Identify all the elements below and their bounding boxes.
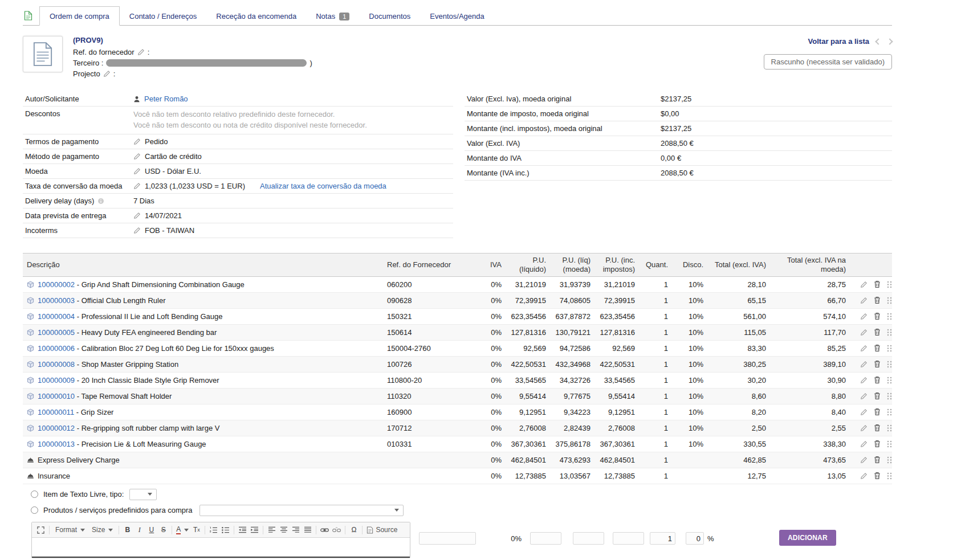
drag-handle-icon[interactable] [887,377,892,384]
free-text-type-select[interactable] [129,489,157,500]
edit-line-icon[interactable] [860,456,868,464]
drag-handle-icon[interactable] [887,329,892,336]
edit-line-icon[interactable] [860,377,868,384]
drag-handle-icon[interactable] [887,361,892,368]
align-right-icon[interactable] [290,524,301,536]
edit-line-icon[interactable] [860,329,868,336]
back-to-list-link[interactable]: Voltar para a lista [808,37,869,46]
delete-line-icon[interactable] [874,408,881,416]
vat-select[interactable]: 0% [490,534,522,543]
drag-handle-icon[interactable] [887,440,892,448]
drag-handle-icon[interactable] [887,297,892,304]
text-color-button[interactable]: A [175,524,190,536]
edit-line-icon[interactable] [860,281,868,288]
unit-price-incl-tax-input[interactable] [613,532,644,545]
delete-line-icon[interactable] [874,392,881,400]
edit-value-icon[interactable] [133,167,141,175]
numbered-list-icon[interactable] [208,524,219,536]
product-ref-link[interactable]: 100000003 [38,296,75,305]
drag-handle-icon[interactable] [887,472,892,480]
edit-value-icon[interactable] [133,138,141,145]
next-record-icon[interactable] [886,38,893,44]
edit-project-icon[interactable] [103,70,111,77]
drag-handle-icon[interactable] [887,345,892,352]
drag-handle-icon[interactable] [887,393,892,400]
strikethrough-button[interactable]: S [158,524,169,536]
align-left-icon[interactable] [266,524,277,536]
discount-input[interactable] [686,532,704,545]
product-ref-link[interactable]: 100000008 [38,360,75,369]
edit-line-icon[interactable] [860,424,868,432]
product-ref-link[interactable]: 100000012 [38,424,75,432]
delete-line-icon[interactable] [874,440,881,448]
edit-value-icon[interactable] [133,182,141,190]
outdent-icon[interactable] [237,524,248,536]
edit-value-icon[interactable] [133,212,141,219]
drag-handle-icon[interactable] [887,424,892,432]
tab-rececao-da-encomenda[interactable]: Receção da encomenda [206,7,306,25]
delete-line-icon[interactable] [874,344,881,352]
product-ref-link[interactable]: 100000009 [38,376,75,385]
underline-button[interactable]: U [146,524,157,536]
italic-button[interactable]: I [134,524,145,536]
tab-ordem-de-compra[interactable]: Ordem de compra [39,6,120,26]
delete-line-icon[interactable] [874,296,881,304]
quantity-input[interactable] [650,532,675,545]
predefined-product-radio[interactable] [31,506,38,514]
delete-line-icon[interactable] [874,312,881,320]
drag-handle-icon[interactable] [887,408,892,416]
predefined-product-select[interactable] [199,505,404,516]
bullet-list-icon[interactable] [220,524,231,536]
tab-notas[interactable]: Notas1 [306,7,359,25]
product-ref-link[interactable]: 100000010 [38,392,75,400]
drag-handle-icon[interactable] [887,281,892,288]
edit-line-icon[interactable] [860,408,868,416]
tab-eventos-agenda[interactable]: Eventos/Agenda [420,7,494,25]
supplier-ref-input[interactable] [419,532,476,545]
unit-price-currency-input[interactable] [573,532,604,545]
free-text-radio[interactable] [31,490,38,498]
unit-price-input[interactable] [530,532,561,545]
edit-line-icon[interactable] [860,297,868,304]
edit-line-icon[interactable] [860,393,868,400]
edit-line-icon[interactable] [860,440,868,448]
delete-line-icon[interactable] [874,376,881,384]
delete-line-icon[interactable] [874,280,881,288]
drag-handle-icon[interactable] [887,313,892,320]
product-ref-link[interactable]: 100000013 [38,440,75,448]
bold-button[interactable]: B [122,524,133,536]
product-ref-link[interactable]: 100000011 [38,408,74,416]
size-dropdown[interactable]: Size [89,524,116,536]
product-ref-link[interactable]: 100000006 [38,344,75,353]
delete-line-icon[interactable] [874,456,881,464]
align-center-icon[interactable] [278,524,289,536]
edit-line-icon[interactable] [860,345,868,352]
source-button[interactable]: Source [365,524,398,536]
edit-value-icon[interactable] [133,227,141,234]
edit-line-icon[interactable] [860,361,868,368]
prev-record-icon[interactable] [875,38,881,44]
product-ref-link[interactable]: 100000002 [38,280,75,289]
edit-line-icon[interactable] [860,472,868,480]
maximize-icon[interactable] [35,524,46,536]
special-char-button[interactable]: Ω [348,524,359,536]
unlink-icon[interactable] [331,524,342,536]
product-ref-link[interactable]: 100000005 [38,328,75,337]
delete-line-icon[interactable] [874,424,881,432]
delete-line-icon[interactable] [874,360,881,368]
remove-format-button[interactable]: Tx [191,524,202,536]
format-dropdown[interactable]: Format [52,524,88,536]
edit-supplier-ref-icon[interactable] [137,48,145,56]
delete-line-icon[interactable] [874,328,881,336]
indent-icon[interactable] [249,524,260,536]
tab-documentos[interactable]: Documentos [359,7,420,25]
update-currency-rate-link[interactable]: Atualizar taxa de conversão da moeda [260,182,386,190]
tab-contato-enderecos[interactable]: Contato / Endereços [120,7,207,25]
editor-text-area[interactable] [32,538,410,558]
edit-value-icon[interactable] [133,153,141,160]
align-justify-icon[interactable] [302,524,313,536]
product-ref-link[interactable]: 100000004 [38,312,75,321]
delete-line-icon[interactable] [874,472,881,480]
edit-line-icon[interactable] [860,313,868,320]
author-link[interactable]: Peter Romão [144,95,188,103]
